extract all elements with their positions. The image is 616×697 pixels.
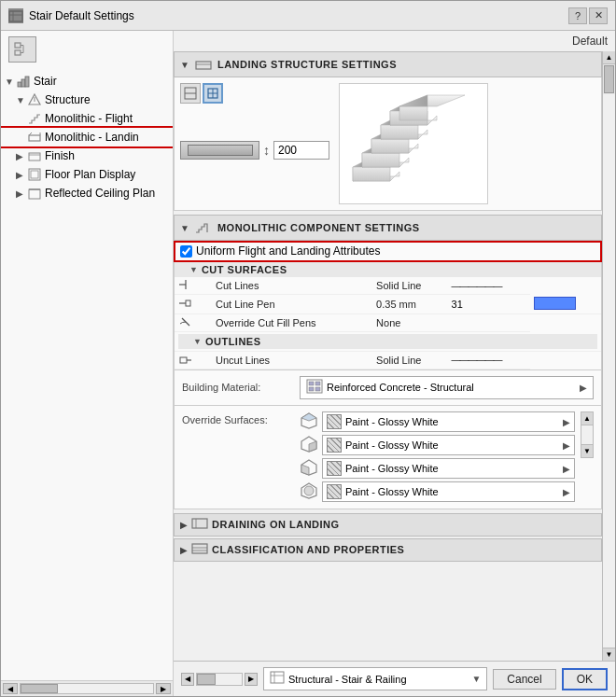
landing-structure-body: ↕	[174, 77, 602, 211]
tree-toggle-floor[interactable]: ▶	[16, 170, 27, 180]
building-material-value: Reinforced Concrete - Structural	[327, 382, 576, 393]
sidebar-item-ceiling[interactable]: ▶ Reflected Ceiling Plan	[1, 184, 173, 202]
surface-face-icon-2	[300, 458, 318, 480]
draining-icon	[191, 517, 208, 533]
surface-value-3: Paint - Glossy White	[345, 486, 439, 497]
surface-pattern-1	[327, 438, 342, 453]
override-surfaces-row: Override Surfaces:	[174, 406, 602, 509]
dialog-icon	[8, 8, 23, 23]
svg-marker-37	[371, 139, 409, 153]
tree-toggle[interactable]: ▼	[5, 77, 16, 87]
footer-dropdown-icon	[270, 671, 285, 687]
surface-btn-1[interactable]: Paint - Glossy White ▶	[322, 435, 575, 455]
surfaces-scrollbar: ▲ ▼	[581, 411, 594, 458]
scroll-up[interactable]: ▲	[581, 412, 593, 425]
svg-rect-19	[31, 171, 38, 178]
svg-rect-8	[18, 82, 21, 87]
structure-icon	[27, 92, 42, 107]
ok-button[interactable]: OK	[562, 668, 608, 690]
surface-face-icon-0	[300, 411, 318, 433]
default-label: Default	[572, 35, 608, 48]
sidebar-item-stair[interactable]: ▼ Stair	[1, 72, 173, 91]
draining-arrow: ▶	[180, 520, 188, 530]
building-material-label: Building Material:	[182, 382, 294, 393]
landing-controls: ↕	[180, 83, 329, 160]
table-row: Cut Line Pen 0.35 mm 31	[175, 295, 601, 314]
cancel-button[interactable]: Cancel	[493, 669, 555, 690]
landing-arrow: ▼	[180, 60, 189, 70]
landing-section-icon	[195, 56, 212, 73]
view-btn-2[interactable]	[203, 83, 223, 104]
uncut-line: ——————	[448, 351, 531, 369]
sidebar-item-monolithic-flight[interactable]: Monolithic - Flight	[1, 109, 173, 128]
surface-pattern-0	[327, 414, 342, 429]
tree-toggle-finish[interactable]: ▶	[16, 151, 27, 161]
surface-btn-3[interactable]: Paint - Glossy White ▶	[322, 481, 575, 502]
monolithic-header[interactable]: ▼ MONOLITHIC COMPONENT SETTINGS	[174, 215, 602, 241]
svg-rect-22	[196, 62, 211, 69]
surface-face-icon-3	[300, 481, 318, 503]
cut-lines-label: Cut Lines	[197, 277, 372, 295]
svg-rect-57	[315, 387, 320, 391]
footer-dropdown[interactable]: Structural - Stair & Railing ▼	[263, 667, 487, 690]
footer-dropdown-value: Structural - Stair & Railing	[288, 674, 407, 685]
tree-toggle-ceiling[interactable]: ▶	[16, 188, 27, 199]
outlines-header-row: ▼ OUTLINES	[175, 331, 601, 351]
right-scroll-up[interactable]: ▲	[603, 51, 615, 64]
help-button[interactable]: ?	[568, 7, 587, 24]
surface-value-2: Paint - Glossy White	[345, 463, 439, 474]
footer-scroll-track	[196, 673, 243, 686]
surface-btn-0[interactable]: Paint - Glossy White ▶	[322, 411, 575, 432]
draining-header[interactable]: ▶ DRAINING ON LANDING	[174, 513, 602, 537]
sidebar-item-structure[interactable]: ▼ Structure	[1, 91, 173, 109]
dimension-input[interactable]	[273, 141, 329, 160]
tree-scroll-right[interactable]: ▶	[156, 683, 171, 694]
scroll-down[interactable]: ▼	[581, 444, 593, 457]
tree-icon-button[interactable]	[8, 36, 36, 63]
stair-icon	[16, 74, 31, 89]
close-button[interactable]: ✕	[589, 7, 608, 24]
right-scroll-down[interactable]: ▼	[603, 648, 615, 661]
landing-structure-header[interactable]: ▼ LANDING STRUCTURE SETTINGS	[174, 51, 602, 77]
sidebar-item-floor-plan[interactable]: ▶ Floor Plan Display	[1, 165, 173, 184]
outlines-label: OUTLINES	[205, 336, 261, 347]
sidebar-item-finish[interactable]: ▶ Finish	[1, 146, 173, 165]
landing-bar-inner	[188, 145, 253, 156]
right-scroll-track	[603, 94, 615, 648]
cut-pen-color-cell	[530, 295, 601, 314]
classification-header[interactable]: ▶ CLASSIFICATION AND PROPERTIES	[174, 538, 602, 562]
draining-title: DRAINING ON LANDING	[212, 519, 340, 530]
tree-scroll-track	[20, 683, 154, 694]
tree-scroll-left[interactable]: ◀	[3, 683, 18, 694]
surface-btn-2[interactable]: Paint - Glossy White ▶	[322, 458, 575, 479]
surface-row-0: Paint - Glossy White ▶	[300, 411, 575, 433]
cut-surfaces-header[interactable]: ▼ CUT SURFACES	[175, 262, 601, 277]
monolithic-icon	[195, 219, 212, 236]
uniform-checkbox[interactable]	[180, 245, 192, 258]
outlines-header-inner[interactable]: ▼ OUTLINES	[178, 334, 597, 349]
surface-face-icon-1	[300, 435, 318, 456]
structure-label: Structure	[45, 93, 91, 106]
view-btn-1[interactable]	[180, 83, 201, 104]
building-material-row: Building Material:	[174, 370, 602, 406]
floor-plan-icon	[27, 167, 42, 182]
dialog-title: Stair Default Settings	[29, 9, 134, 22]
dialog-window: Stair Default Settings ? ✕	[0, 0, 616, 697]
building-material-button[interactable]: Reinforced Concrete - Structural ▶	[300, 376, 594, 399]
svg-rect-54	[309, 382, 314, 385]
svg-marker-61	[309, 441, 316, 452]
surface-expand-3: ▶	[563, 487, 570, 497]
svg-marker-31	[353, 167, 390, 181]
right-scrollbar: ▲ ▼	[602, 51, 615, 661]
sidebar-item-monolithic-landing[interactable]: Monolithic - Landin	[1, 128, 173, 146]
footer-scroll-right[interactable]: ▶	[245, 673, 258, 686]
floor-plan-label: Floor Plan Display	[45, 168, 135, 181]
tree-toggle-structure[interactable]: ▼	[16, 95, 27, 105]
svg-marker-59	[301, 413, 316, 421]
landing-section-title: LANDING STRUCTURE SETTINGS	[217, 59, 397, 70]
outlines-header[interactable]: ▼ OUTLINES	[175, 331, 601, 351]
title-bar: Stair Default Settings ? ✕	[1, 1, 615, 31]
fill-value: None	[372, 314, 448, 331]
surface-expand-1: ▶	[563, 440, 570, 451]
footer-scroll-left[interactable]: ◀	[181, 673, 194, 686]
